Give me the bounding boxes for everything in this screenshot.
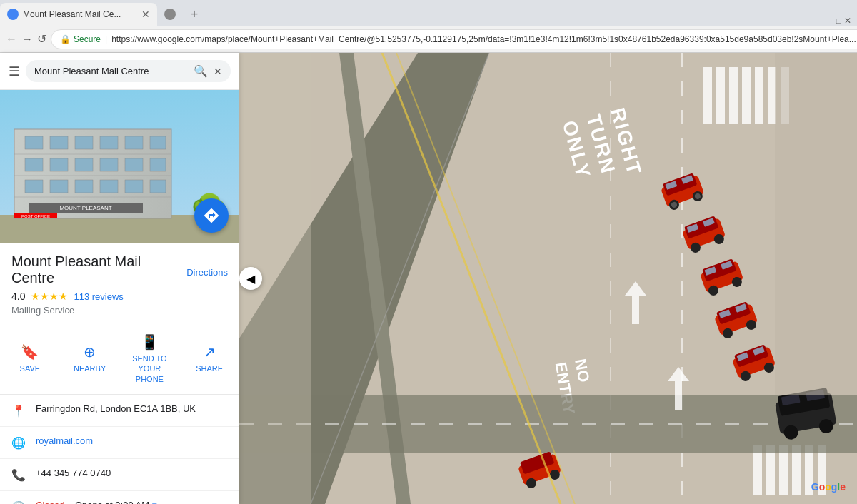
- maximize-button[interactable]: □: [836, 16, 841, 26]
- phone-row: 📞 +44 345 774 0740: [0, 459, 239, 491]
- place-type: Mailing Service: [11, 305, 228, 316]
- svg-rect-6: [25, 136, 43, 149]
- inactive-tab-favicon: [164, 9, 176, 20]
- svg-rect-12: [25, 158, 43, 171]
- sidebar-menu-icon[interactable]: ☰: [9, 64, 20, 79]
- website-link[interactable]: royalmail.com: [36, 435, 228, 446]
- svg-rect-47: [779, 445, 788, 495]
- svg-rect-42: [755, 67, 763, 124]
- save-label: SAVE: [20, 363, 41, 373]
- tab-title: Mount Pleasant Mail Ce...: [23, 9, 137, 19]
- svg-text:POST OFFICE: POST OFFICE: [21, 214, 50, 218]
- directions-fab-button[interactable]: [194, 198, 229, 233]
- sidebar-search-bar: ☰ Mount Pleasant Mail Centre 🔍 ✕: [0, 53, 239, 90]
- google-logo: Google: [811, 481, 846, 493]
- content-area: ☰ Mount Pleasant Mail Centre 🔍 ✕: [0, 53, 857, 504]
- svg-rect-18: [25, 180, 43, 193]
- status-closed-text: Closed.: [36, 500, 67, 504]
- phone-icon: 📞: [11, 468, 26, 482]
- back-button[interactable]: ←: [6, 29, 17, 49]
- svg-rect-41: [742, 67, 751, 124]
- svg-rect-48: [792, 445, 801, 495]
- svg-rect-21: [100, 180, 118, 193]
- svg-rect-20: [75, 180, 93, 193]
- svg-rect-23: [150, 180, 166, 193]
- hours-row: 🕐 Closed. Opens at 9:00 AM ▾: [0, 491, 239, 504]
- active-tab[interactable]: Mount Pleasant Mail Ce... ✕: [0, 3, 157, 26]
- url-text: https://www.google.com/maps/place/Mount+…: [111, 34, 856, 44]
- svg-rect-15: [100, 158, 118, 171]
- svg-rect-39: [716, 67, 725, 124]
- svg-rect-17: [150, 158, 166, 171]
- address-bar[interactable]: 🔒 Secure | https://www.google.com/maps/p…: [51, 29, 857, 49]
- minimize-button[interactable]: ─: [827, 16, 833, 26]
- stars: ★★★★: [31, 291, 68, 302]
- svg-rect-46: [766, 445, 775, 495]
- svg-rect-45: [753, 445, 762, 495]
- svg-rect-13: [50, 158, 68, 171]
- secure-text: Secure: [74, 34, 101, 44]
- website-row: 🌐 royalmail.com: [0, 427, 239, 459]
- close-window-button[interactable]: ✕: [844, 16, 851, 26]
- status-opens-text: [70, 500, 73, 504]
- svg-rect-40: [729, 67, 738, 124]
- lock-icon: 🔒: [60, 34, 71, 44]
- sidebar: ☰ Mount Pleasant Mail Centre 🔍 ✕: [0, 53, 239, 504]
- svg-rect-22: [125, 180, 143, 193]
- share-button[interactable]: ↗ SHARE: [179, 323, 239, 394]
- send-to-phone-icon: 📱: [141, 333, 159, 351]
- collapse-sidebar-button[interactable]: ◀: [239, 267, 262, 290]
- map-area: RIGHT TURN ONLY NO ENTRY: [239, 53, 857, 504]
- svg-rect-9: [100, 136, 118, 149]
- send-to-phone-label: SEND TO YOUR PHONE: [126, 353, 174, 384]
- forward-button[interactable]: →: [21, 29, 33, 49]
- reload-button[interactable]: ↺: [37, 29, 46, 49]
- svg-rect-102: [775, 53, 857, 395]
- directions-text-label[interactable]: Directions: [186, 267, 228, 278]
- hours-text: Closed. Opens at 9:00 AM ▾: [36, 500, 228, 504]
- address-text: Farringdon Rd, London EC1A 1BB, UK: [36, 403, 228, 414]
- sidebar-search-text: Mount Pleasant Mail Centre: [34, 66, 194, 76]
- separator: |: [105, 34, 107, 44]
- hours-toggle-button[interactable]: ▾: [152, 500, 157, 504]
- collapse-icon: ◀: [246, 272, 255, 286]
- save-icon: 🔖: [21, 343, 39, 361]
- save-button[interactable]: 🔖 SAVE: [0, 323, 60, 394]
- place-photo: MOUNT PLEASANT 🌳 POST OFFICE: [0, 90, 239, 243]
- opens-time-text: Opens at 9:00 AM: [75, 500, 149, 504]
- directions-icon: [203, 207, 220, 224]
- info-section: 📍 Farringdon Rd, London EC1A 1BB, UK 🌐 r…: [0, 395, 239, 504]
- sidebar-search-container[interactable]: Mount Pleasant Mail Centre 🔍 ✕: [26, 60, 231, 82]
- share-label: SHARE: [196, 363, 223, 373]
- clock-icon: 🕐: [11, 500, 26, 504]
- sidebar-search-icon[interactable]: 🔍: [194, 64, 208, 78]
- svg-rect-8: [75, 136, 93, 149]
- phone-text: +44 345 774 0740: [36, 468, 228, 478]
- place-name: Mount Pleasant Mail Centre: [11, 253, 186, 286]
- aerial-map-svg: RIGHT TURN ONLY NO ENTRY: [239, 53, 857, 504]
- secure-badge: 🔒 Secure: [60, 34, 101, 44]
- svg-rect-19: [50, 180, 68, 193]
- share-icon: ↗: [204, 343, 216, 361]
- nearby-button[interactable]: ⊕ NEARBY: [60, 323, 120, 394]
- action-row: 🔖 SAVE ⊕ NEARBY 📱 SEND TO YOUR PHONE ↗ S…: [0, 323, 239, 395]
- location-pin-icon: 📍: [11, 404, 26, 418]
- review-count-link[interactable]: 113 reviews: [74, 291, 123, 302]
- new-tab-button[interactable]: +: [183, 3, 206, 26]
- svg-rect-11: [150, 136, 166, 149]
- address-row: 📍 Farringdon Rd, London EC1A 1BB, UK: [0, 395, 239, 427]
- send-to-phone-button[interactable]: 📱 SEND TO YOUR PHONE: [120, 323, 180, 394]
- nav-bar: ← → ↺ 🔒 Secure | https://www.google.com/…: [0, 26, 857, 53]
- rating-number: 4.0: [11, 291, 25, 302]
- svg-rect-38: [703, 67, 712, 124]
- svg-text:MOUNT PLEASANT: MOUNT PLEASANT: [59, 205, 111, 211]
- tab-close-button[interactable]: ✕: [141, 9, 150, 19]
- browser-chrome: Mount Pleasant Mail Ce... ✕ + ─ □ ✕ ← → …: [0, 0, 857, 53]
- svg-rect-10: [125, 136, 143, 149]
- tab-favicon: [7, 9, 19, 20]
- directions-row: Mount Pleasant Mail Centre Directions: [11, 253, 228, 291]
- sidebar-search-clear-icon[interactable]: ✕: [214, 66, 222, 77]
- rating-row: 4.0 ★★★★ 113 reviews: [11, 291, 228, 302]
- sidebar-header: Mount Pleasant Mail Centre Directions 4.…: [0, 243, 239, 323]
- inactive-tab[interactable]: [157, 3, 183, 26]
